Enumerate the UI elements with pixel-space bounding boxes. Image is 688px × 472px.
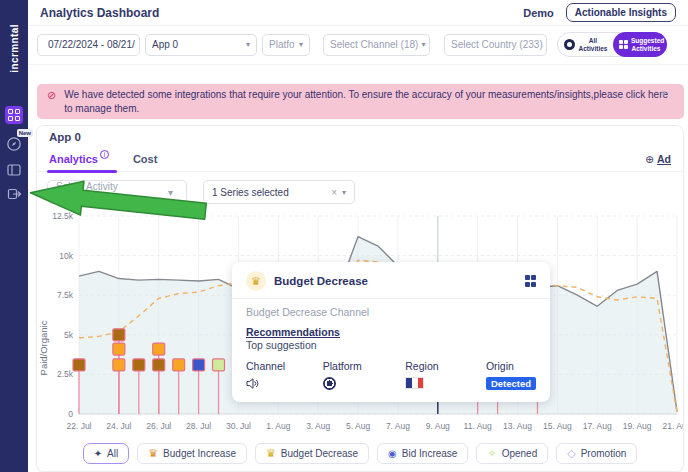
tab-cost[interactable]: Cost bbox=[133, 146, 157, 172]
legend-budget-decrease-button[interactable]: ♛ Budget Decrease bbox=[255, 443, 369, 464]
speaker-icon bbox=[246, 378, 260, 389]
target-icon bbox=[564, 39, 575, 50]
sidebar-item-exit[interactable] bbox=[7, 188, 22, 200]
svg-text:9. Aug: 9. Aug bbox=[426, 421, 450, 431]
svg-text:7.5k: 7.5k bbox=[57, 290, 74, 300]
budget-decrease-tooltip: ♛ Budget Decrease Budget Decrease Channe… bbox=[232, 262, 550, 402]
legend-opened-button[interactable]: ✧ Opened bbox=[476, 443, 548, 464]
app-card: App 0 Analytics i Cost ⊕ Ad Select Activ… bbox=[36, 125, 684, 472]
brand-logo: incrmntal bbox=[0, 6, 28, 90]
series-select-value: 1 Series selected bbox=[212, 187, 289, 198]
tab-cost-label: Cost bbox=[133, 153, 157, 165]
chevron-down-icon: ▾ bbox=[296, 40, 303, 49]
svg-text:7. Aug: 7. Aug bbox=[386, 421, 410, 431]
platform-label: Platform bbox=[323, 360, 406, 372]
actionable-insights-button[interactable]: Actionable Insights bbox=[566, 3, 676, 22]
activity-granularity-select[interactable]: Select Activity Granularity ▾ bbox=[47, 180, 187, 204]
svg-text:3. Aug: 3. Aug bbox=[306, 421, 330, 431]
all-activities-toggle[interactable]: All Activities bbox=[558, 33, 614, 56]
brand-text: incrmntal bbox=[9, 24, 20, 73]
chevron-down-icon: ▾ bbox=[163, 187, 178, 198]
legend-promotion-button[interactable]: ◇ Promotion bbox=[556, 443, 637, 464]
open-grid-icon[interactable] bbox=[525, 275, 537, 287]
external-link-icon bbox=[7, 188, 22, 200]
app-select-value: App 0 bbox=[152, 39, 178, 50]
svg-text:22. Jul: 22. Jul bbox=[66, 421, 91, 431]
country-select-value: Select Country (233) bbox=[451, 39, 543, 50]
integration-alert-banner[interactable]: ⊘ We have detected some integrations tha… bbox=[37, 84, 684, 119]
country-select[interactable]: Select Country (233) bbox=[444, 34, 547, 56]
tabs-row: Analytics i Cost ⊕ Ad bbox=[37, 146, 683, 172]
add-link[interactable]: ⊕ Ad bbox=[645, 153, 671, 165]
top-suggestion-label: Top suggestion bbox=[246, 339, 536, 351]
coin-blue-icon: ◉ bbox=[388, 448, 397, 459]
platform-select[interactable]: Platfo ▾ bbox=[262, 34, 310, 56]
svg-text:5k: 5k bbox=[64, 330, 74, 340]
info-icon: i bbox=[100, 150, 109, 159]
svg-text:5. Aug: 5. Aug bbox=[346, 421, 370, 431]
svg-text:26. Jul: 26. Jul bbox=[146, 421, 171, 431]
top-header: Analytics Dashboard Demo Actionable Insi… bbox=[28, 0, 688, 26]
sidebar-item-reports[interactable] bbox=[7, 164, 21, 176]
chevron-down-icon: ▾ bbox=[243, 40, 250, 49]
granularity-placeholder: Select Activity Granularity bbox=[56, 181, 163, 203]
legend-opened-label: Opened bbox=[502, 448, 538, 459]
board-icon bbox=[7, 164, 21, 176]
tooltip-fields: Channel Platform Region bbox=[246, 360, 536, 390]
recommendations-link[interactable]: Recommendations bbox=[246, 326, 536, 338]
main-area: Analytics Dashboard Demo Actionable Insi… bbox=[28, 0, 688, 472]
channel-select[interactable]: Select Channel (18) ▾ bbox=[323, 34, 430, 56]
collapse-chevron-icon[interactable]: ▾ bbox=[661, 88, 666, 98]
crown-gold-icon: ♛ bbox=[266, 447, 276, 460]
add-circle-icon: ⊕ bbox=[645, 153, 654, 165]
tooltip-subtitle: Budget Decrease Channel bbox=[246, 306, 536, 318]
date-range-value: 07/22/2024 - 08/21/ bbox=[48, 39, 135, 50]
sidebar-nav: New bbox=[0, 106, 28, 200]
crown-orange-icon: ♛ bbox=[148, 447, 158, 460]
svg-text:15. Aug: 15. Aug bbox=[543, 421, 572, 431]
tooltip-title: Budget Decrease bbox=[274, 275, 368, 287]
legend-budget-increase-button[interactable]: ♛ Budget Increase bbox=[137, 443, 247, 464]
legend-promotion-label: Promotion bbox=[581, 448, 627, 459]
sparkle-icon: ✧ bbox=[487, 447, 496, 460]
detected-badge: Detected bbox=[486, 377, 536, 390]
analytics-dashboard-app: { "header": { "title": "Analytics Dashbo… bbox=[0, 0, 688, 472]
new-badge: New bbox=[17, 129, 33, 137]
chart-controls: Select Activity Granularity ▾ 1 Series s… bbox=[37, 172, 683, 210]
sidebar-item-explore[interactable]: New bbox=[6, 136, 22, 152]
svg-text:28. Jul: 28. Jul bbox=[186, 421, 211, 431]
svg-text:0: 0 bbox=[68, 409, 73, 419]
legend-all-label: All bbox=[107, 448, 118, 459]
alert-icon: ⊘ bbox=[47, 88, 56, 115]
svg-text:24. Jul: 24. Jul bbox=[106, 421, 131, 431]
svg-text:12.5k: 12.5k bbox=[52, 211, 74, 221]
legend-all-button[interactable]: ✦ All bbox=[83, 443, 130, 464]
sidebar-item-dashboard[interactable] bbox=[5, 106, 23, 124]
legend-budget-increase-label: Budget Increase bbox=[163, 448, 236, 459]
clear-icon[interactable]: × bbox=[326, 187, 342, 198]
compass-icon bbox=[6, 136, 22, 152]
france-flag-icon bbox=[405, 377, 424, 389]
diamond-outline-icon: ◇ bbox=[567, 447, 575, 460]
crown-coin-icon: ♛ bbox=[246, 271, 266, 291]
divider bbox=[232, 298, 550, 299]
all-activities-label: All Activities bbox=[578, 37, 608, 53]
svg-text:21. Aug: 21. Aug bbox=[663, 421, 683, 431]
date-range-input[interactable]: 07/22/2024 - 08/21/ bbox=[37, 34, 140, 56]
demo-link[interactable]: Demo bbox=[523, 7, 554, 19]
platform-icon bbox=[323, 377, 336, 390]
page-title: Analytics Dashboard bbox=[40, 6, 159, 20]
svg-text:1. Aug: 1. Aug bbox=[266, 421, 290, 431]
svg-text:13. Aug: 13. Aug bbox=[503, 421, 532, 431]
platform-select-value: Platfo bbox=[269, 39, 295, 50]
alert-message: We have detected some integrations that … bbox=[64, 88, 674, 115]
channel-select-value: Select Channel (18) bbox=[330, 39, 418, 50]
legend-bid-increase-button[interactable]: ◉ Bid Increase bbox=[377, 443, 468, 464]
series-select[interactable]: 1 Series selected × ▾ bbox=[203, 180, 355, 204]
sidebar: incrmntal New bbox=[0, 0, 28, 472]
svg-text:Paid/Organic: Paid/Organic bbox=[38, 320, 49, 375]
channel-label: Channel bbox=[246, 360, 323, 372]
tab-analytics[interactable]: Analytics i bbox=[49, 146, 109, 172]
app-select[interactable]: App 0 ▾ bbox=[145, 34, 257, 56]
suggested-activities-toggle[interactable]: Suggested Activities bbox=[613, 32, 667, 57]
